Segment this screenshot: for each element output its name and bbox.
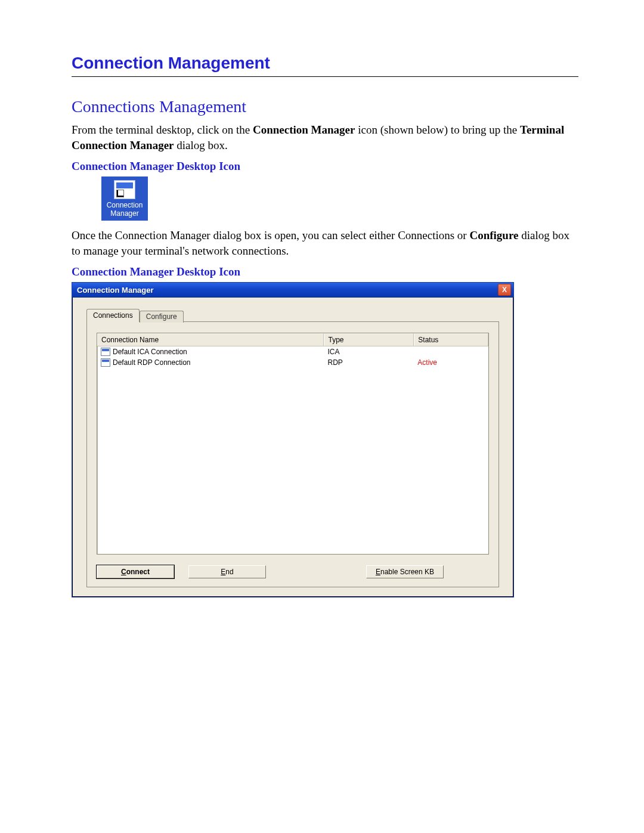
column-header-type[interactable]: Type: [324, 333, 414, 346]
connection-type: ICA: [324, 347, 414, 357]
list-item[interactable]: Default RDP Connection RDP Active: [97, 357, 488, 368]
list-item[interactable]: Default ICA Connection ICA: [97, 346, 488, 357]
enable-screen-kb-button[interactable]: Enable Screen KB: [366, 565, 444, 578]
connection-manager-desktop-icon: Connection Manager: [101, 176, 148, 221]
figure-caption-2: Connection Manager Desktop Icon: [72, 265, 578, 278]
connection-status: Active: [414, 358, 488, 367]
dialog-titlebar[interactable]: Connection Manager X: [72, 283, 513, 298]
mnemonic: C: [121, 568, 126, 576]
desktop-icon-label-line2: Manager: [104, 210, 145, 218]
button-row: Connect End Enable Screen KB: [97, 565, 489, 578]
connection-icon: [101, 358, 110, 367]
connection-status: [414, 351, 488, 352]
connection-manager-icon: [114, 180, 135, 199]
dialog-client-area: Connections Configure Connection Name Ty…: [72, 298, 513, 597]
listview-header: Connection Name Type Status: [97, 333, 488, 346]
paragraph-2: Once the Connection Manager dialog box i…: [72, 228, 578, 258]
close-icon: X: [502, 286, 507, 293]
section-title: Connections Management: [72, 97, 578, 116]
mnemonic: E: [376, 568, 380, 576]
label-rest: nd: [225, 568, 233, 576]
tab-configure[interactable]: Configure: [140, 311, 184, 323]
chapter-title: Connection Management: [72, 54, 578, 73]
paragraph-1: From the terminal desktop, click on the …: [72, 122, 578, 153]
connections-listview[interactable]: Connection Name Type Status Default ICA …: [97, 333, 489, 555]
connection-name: Default ICA Connection: [113, 348, 187, 356]
text: Once the Connection Manager dialog box i…: [72, 229, 469, 241]
connect-button[interactable]: Connect: [97, 565, 174, 578]
desktop-icon-label-line1: Connection: [104, 202, 145, 210]
tab-connections[interactable]: Connections: [86, 309, 140, 322]
bold-text: Configure: [469, 229, 518, 241]
label-rest: nable Screen KB: [380, 568, 434, 576]
connection-name: Default RDP Connection: [113, 358, 191, 367]
horizontal-rule: [72, 76, 578, 77]
column-header-status[interactable]: Status: [414, 333, 488, 346]
column-header-name[interactable]: Connection Name: [97, 333, 324, 346]
connection-icon: [101, 348, 110, 356]
connection-manager-dialog: Connection Manager X Connections Configu…: [72, 282, 514, 597]
tab-panel-connections: Connection Name Type Status Default ICA …: [86, 321, 499, 587]
close-button[interactable]: X: [498, 284, 511, 296]
end-button[interactable]: End: [188, 565, 266, 578]
connection-type: RDP: [324, 358, 414, 367]
text: dialog box.: [174, 139, 228, 151]
text: icon (shown below) to bring up the: [355, 123, 520, 136]
label-rest: onnect: [126, 568, 150, 576]
tab-strip: Connections Configure: [86, 308, 499, 321]
text: From the terminal desktop, click on the: [72, 123, 253, 136]
figure-caption-1: Connection Manager Desktop Icon: [72, 160, 578, 173]
bold-text: Connection Manager: [253, 123, 355, 136]
dialog-title: Connection Manager: [77, 286, 154, 295]
